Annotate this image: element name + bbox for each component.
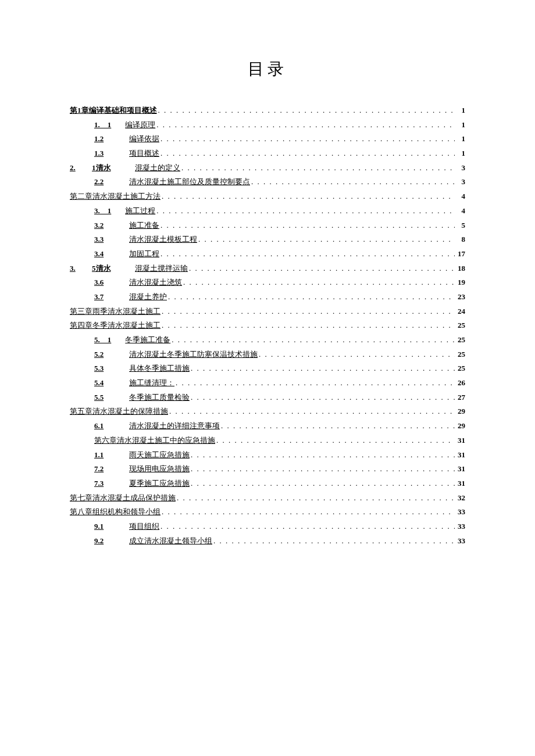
toc-leader (176, 491, 455, 506)
toc-entry-label: 施工过程 (123, 204, 155, 218)
toc-leader (180, 161, 455, 175)
toc-entry-label: 第二章清水混凝土施工方法 (70, 189, 160, 204)
toc-entry[interactable]: 6.1清水混凝土的详细注意事项29 (70, 419, 465, 433)
toc-entry-number: 9.1 (94, 519, 115, 534)
toc-leader (160, 505, 455, 519)
toc-leader (197, 232, 455, 247)
toc-entry[interactable]: 1. 1编译原理1 (70, 118, 465, 132)
toc-entry-label: 清水混凝土的详细注意事项 (127, 419, 220, 433)
toc-entry-page: 29 (455, 404, 465, 419)
toc-entry[interactable]: 3.7混凝土养护23 (70, 290, 465, 304)
toc-entry-number: 9.2 (94, 534, 115, 549)
toc-leader (220, 419, 455, 433)
toc-entry-page: 25 (455, 333, 465, 347)
toc-entry[interactable]: 9.2成立清水混凝土领导小组33 (70, 534, 465, 549)
toc-entry[interactable]: 5.2清水混凝土冬季施工防寒保温技术措施25 (70, 347, 465, 362)
page-title: 目录 (70, 58, 465, 80)
toc-entry-number: 5.3 (94, 361, 115, 376)
toc-leader (159, 132, 455, 146)
toc-entry[interactable]: 第三章雨季清水混凝土施工24 (70, 304, 465, 319)
toc-leader (168, 404, 455, 419)
toc-entry-page: 33 (455, 505, 465, 519)
toc-entry-label: 施工准备 (127, 218, 159, 233)
toc-entry[interactable]: 5. 1冬季施工准备25 (70, 333, 465, 347)
toc-entry-label: 项目组织 (127, 519, 159, 534)
toc-leader (190, 390, 455, 405)
toc-entry-page: 1 (455, 118, 465, 132)
toc-leader (159, 218, 455, 233)
toc-entry[interactable]: 5.4施工缝清理：26 (70, 376, 465, 390)
toc-entry-label: 成立清水混凝土领导小组 (127, 534, 212, 549)
toc-leader (160, 318, 455, 333)
toc-entry-label: 施工缝清理： (127, 376, 174, 390)
toc-entry[interactable]: 1.2编译依据1 (70, 132, 465, 146)
toc-entry-label: 雨天施工应急措施 (127, 448, 190, 463)
toc-entry[interactable]: 第八章组织机构和领导小组33 (70, 505, 465, 519)
toc-entry-number: 1.3 (94, 146, 115, 161)
toc-entry-label: 加固工程 (127, 247, 159, 261)
toc-entry-label: 编译原理 (123, 118, 155, 132)
toc-entry-label: 冬季施工质量检验 (127, 390, 190, 405)
toc-entry[interactable]: 9.1项目组织33 (70, 519, 465, 534)
toc-entry-page: 32 (455, 491, 465, 506)
toc-entry-label: 第七章清水混凝土成品保护措施 (70, 491, 176, 506)
toc-leader (167, 290, 455, 304)
toc-entry-page: 31 (455, 433, 465, 448)
toc-entry-label: 冬季施工准备 (123, 333, 170, 347)
toc-entry[interactable]: 5.3具体冬季施工措施25 (70, 361, 465, 376)
toc-entry[interactable]: 3.2施工准备5 (70, 218, 465, 233)
toc-entry-page: 18 (455, 261, 465, 276)
toc-entry-page: 25 (455, 318, 465, 333)
toc-leader (155, 118, 455, 132)
toc-leader (190, 462, 455, 476)
toc-entry[interactable]: 7.3夏季施工应急措施31 (70, 476, 465, 491)
toc-leader (188, 261, 455, 276)
toc-entry[interactable]: 第二章清水混凝土施工方法4 (70, 189, 465, 204)
toc-leader (159, 146, 455, 161)
toc-entry[interactable]: 第四章冬季清水混凝土施工25 (70, 318, 465, 333)
toc-entry-number: 3.3 (94, 232, 115, 247)
toc-entry-page: 24 (455, 304, 465, 319)
toc-entry[interactable]: 2.2清水混凝土施工部位及质量控制要点3 (70, 175, 465, 189)
toc-entry-number: 5.5 (94, 390, 115, 405)
toc-entry-number: 1.1 (94, 448, 115, 463)
toc-entry[interactable]: 第五章清水混凝土的保障措施29 (70, 404, 465, 419)
toc-entry-page: 1 (455, 132, 465, 146)
toc-entry[interactable]: 5.5冬季施工质量检验27 (70, 390, 465, 405)
toc-entry[interactable]: 第七章清水混凝土成品保护措施32 (70, 491, 465, 506)
toc-entry-page: 19 (455, 275, 465, 290)
toc-entry-label: 清水混凝土冬季施工防寒保温技术措施 (127, 347, 258, 362)
toc-entry[interactable]: 第六章清水混凝土施工中的应急措施31 (70, 433, 465, 448)
toc-leader (160, 304, 455, 319)
toc-entry-number: 5. 1 (94, 333, 111, 347)
toc-entry[interactable]: 1.1雨天施工应急措施31 (70, 448, 465, 463)
toc-entry[interactable]: 3.5清水混凝土搅拌运输18 (70, 261, 465, 276)
toc-entry-page: 27 (455, 390, 465, 405)
toc-entry-page: 4 (455, 189, 465, 204)
toc-entry[interactable]: 3.6清水混凝土浇筑19 (70, 275, 465, 290)
toc-leader (159, 247, 455, 261)
toc-entry-page: 33 (455, 519, 465, 534)
toc-entry-label: 第六章清水混凝土施工中的应急措施 (94, 433, 215, 448)
toc-entry-number: 7.3 (94, 476, 115, 491)
toc-entry-page: 33 (455, 534, 465, 549)
toc-entry[interactable]: 3.3清水混凝土模板工程8 (70, 232, 465, 247)
toc-leader (182, 275, 455, 290)
toc-leader (159, 519, 455, 534)
toc-entry-number: 3. 1 (94, 204, 111, 218)
toc-entry-number: 5清水 (92, 261, 121, 276)
toc-entry-number: 3.7 (94, 290, 115, 304)
toc-entry[interactable]: 3.4加固工程17 (70, 247, 465, 261)
toc-entry-number: 1清水 (92, 161, 121, 175)
toc-entry[interactable]: 1.3项目概述1 (70, 146, 465, 161)
toc-entry[interactable]: 第1章编译基础和项目概述1 (70, 103, 465, 118)
toc-entry[interactable]: 7.2现场用电应急措施31 (70, 462, 465, 476)
toc-entry-page: 1 (455, 103, 465, 118)
toc-entry-label: 清水混凝土施工部位及质量控制要点 (127, 175, 250, 189)
toc-entry-page: 31 (455, 462, 465, 476)
toc-entry-label: 第五章清水混凝土的保障措施 (70, 404, 168, 419)
toc-entry-number: 5.2 (94, 347, 115, 362)
toc-entry[interactable]: 2.1清水混凝土的定义3 (70, 161, 465, 175)
toc-entry[interactable]: 3. 1施工过程4 (70, 204, 465, 218)
toc-entry-number: 7.2 (94, 462, 115, 476)
